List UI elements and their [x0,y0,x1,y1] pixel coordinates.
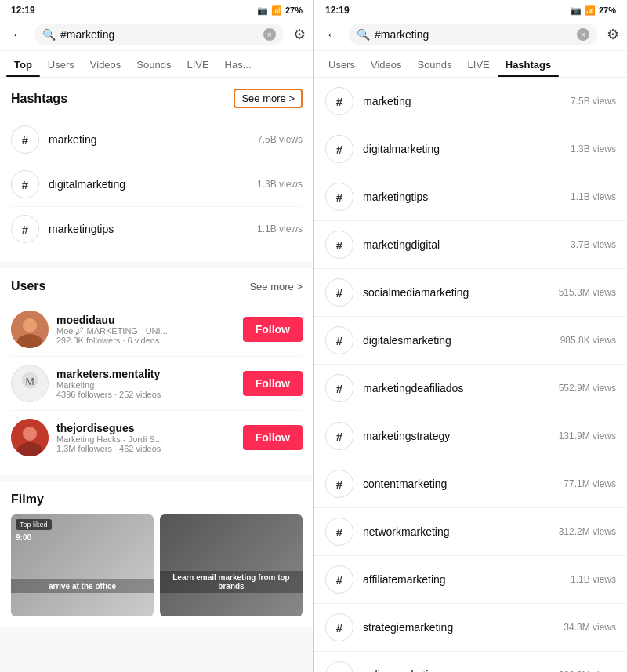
tab-sounds-left[interactable]: Sounds [129,51,179,77]
hashtag-list-row-13[interactable]: # onlinemarketing 268.9M views [314,652,627,672]
users-header: Users See more > [11,279,303,293]
search-input-wrap-left[interactable]: 🔍 #marketing × [34,24,284,45]
hashtag-list-row-1[interactable]: # marketing 7.5B views [314,78,627,125]
user-row-moe: moedidauu Moe 🖊 MARKETING - UNI... 292.3… [11,303,303,357]
hash-icon-r4: # [325,231,353,259]
hashtag-name-r2: digitalmarketing [363,143,561,155]
hashtag-name-r12: strategiemarketing [363,621,554,634]
hashtag-views-r6: 985.8K views [560,335,616,346]
tab-sounds-right[interactable]: Sounds [409,51,459,77]
search-icon-right: 🔍 [357,28,370,41]
tab-live-right[interactable]: LIVE [460,51,498,77]
user-name-marketers: marketers.mentality [56,368,235,380]
hashtags-section: Hashtags See more > # marketing 7.5B vie… [0,78,314,262]
time-right: 12:19 [325,5,350,16]
search-bar-right: ← 🔍 #marketing × ⚙ [314,19,627,51]
svg-point-7 [23,427,37,441]
filter-button-right[interactable]: ⚙ [607,26,619,43]
user-name-moe: moedidauu [56,314,235,326]
hashtags-see-more[interactable]: See more > [234,89,303,108]
hashtag-views-r10: 312.2M views [559,526,616,537]
status-bar-left: 12:19 📷 📶 27% [0,0,314,19]
video-caption-1: arrive at the office [11,579,154,593]
hash-icon-r8: # [325,422,353,450]
avatar-jordi [11,419,49,456]
hash-icon-1: # [11,125,39,154]
filter-button-left[interactable]: ⚙ [293,26,306,43]
hashtag-name-r6: digitalesmarketing [363,334,551,347]
hashtags-title: Hashtags [11,92,67,106]
hashtag-views-r7: 552.9M views [559,383,616,394]
hashtag-list-row-10[interactable]: # networkmarketing 312.2M views [314,508,627,556]
tab-users-right[interactable]: Users [321,51,363,77]
tab-users-left[interactable]: Users [40,51,82,77]
tab-videos-left[interactable]: Videos [82,51,129,77]
hashtag-views-r8: 131.9M views [559,430,616,441]
hashtag-list-row-6[interactable]: # digitalesmarketing 985.8K views [314,317,627,365]
hashtag-list-row-2[interactable]: # digitalmarketing 1.3B views [314,125,627,173]
clear-button-left[interactable]: × [263,28,276,41]
hash-icon-r2: # [325,135,353,163]
tab-has-left[interactable]: Has... [217,51,259,77]
right-panel: 12:19 📷 📶 27% ← 🔍 #marketing × ⚙ Users V… [314,0,627,672]
follow-button-marketers[interactable]: Follow [243,371,303,396]
tab-top[interactable]: Top [6,51,40,77]
clear-button-right[interactable]: × [577,28,589,41]
user-info-moe: moedidauu Moe 🖊 MARKETING - UNI... 292.3… [56,314,235,345]
hashtag-views-2: 1.3B views [257,179,303,190]
search-query-left: #marketing [60,28,259,41]
status-bar-right: 12:19 📷 📶 27% [314,0,627,19]
hash-icon-3: # [11,215,39,243]
hashtag-list-section: # marketing 7.5B views # digitalmarketin… [314,78,627,672]
hashtag-row-marketing[interactable]: # marketing 7.5B views [11,118,303,162]
follow-button-jordi[interactable]: Follow [243,425,303,450]
follow-button-moe[interactable]: Follow [243,317,303,342]
avatar-moe [11,311,49,348]
search-bar-left: ← 🔍 #marketing × ⚙ [0,19,314,51]
user-stats-jordi: 1.3M followers · 462 videos [56,444,235,453]
hashtag-row-marketingtips[interactable]: # marketingtips 1.1B views [11,207,303,251]
back-button-left[interactable]: ← [8,25,28,45]
hashtag-name-2: digitalmarketing [49,178,248,191]
back-button-right[interactable]: ← [322,25,342,45]
hashtag-list-row-11[interactable]: # affiliatemarketing 1.1B views [314,556,627,604]
hashtag-name-r5: socialmediamarketing [363,286,549,299]
hashtag-name-r3: marketingtips [363,191,561,203]
hashtag-list-row-8[interactable]: # marketingstrategy 131.9M views [314,412,627,460]
hashtag-list-row-4[interactable]: # marketingdigital 3.7B views [314,221,627,269]
tabs-left: Top Users Videos Sounds LIVE Has... [0,51,314,78]
avatar-marketers: M [11,365,49,402]
camera-icon-right: 📷 [571,5,582,16]
svg-text:M: M [25,376,34,387]
hashtag-name-r9: contentmarketing [363,478,554,490]
user-stats-marketers: 4396 followers · 252 videos [56,390,235,399]
video-thumb-2[interactable]: Learn email marketing from top brands [160,514,303,616]
user-row-jordi: thejordisegues Marketing Hacks - Jordi S… [11,411,303,464]
user-desc-jordi: Marketing Hacks - Jordi S... [56,434,235,444]
tab-videos-right[interactable]: Videos [363,51,410,77]
hashtag-name-r11: affiliatemarketing [363,573,561,586]
battery-right: 27% [599,5,616,15]
video-grid: Top liked 9:00 arrive at the office Lear… [11,514,303,616]
hashtag-name-r4: marketingdigital [363,238,561,251]
hashtags-header: Hashtags See more > [11,89,303,108]
users-see-more[interactable]: See more > [249,281,303,292]
hash-icon-r7: # [325,374,353,402]
filmy-section: Filmy Top liked 9:00 arrive at the offic… [0,481,314,627]
hashtag-row-digitalmarketing[interactable]: # digitalmarketing 1.3B views [11,162,303,207]
tab-hashtags-right[interactable]: Hashtags [498,51,560,77]
tab-live-left[interactable]: LIVE [179,51,216,77]
hashtag-list-row-9[interactable]: # contentmarketing 77.1M views [314,460,627,508]
hashtag-list-row-7[interactable]: # marketingdeafiliados 552.9M views [314,365,627,412]
battery-left: 27% [285,5,303,15]
hash-icon-r1: # [325,87,353,115]
hash-icon-r11: # [325,565,353,594]
user-info-marketers: marketers.mentality Marketing 4396 follo… [56,368,235,399]
hashtag-list-row-5[interactable]: # socialmediamarketing 515.3M views [314,269,627,317]
hashtag-list-row-12[interactable]: # strategiemarketing 34.3M views [314,604,627,652]
hashtag-list-row-3[interactable]: # marketingtips 1.1B views [314,173,627,221]
wifi-icon: 📶 [271,5,282,16]
hash-icon-2: # [11,170,39,198]
search-input-wrap-right[interactable]: 🔍 #marketing × [349,24,597,45]
video-thumb-1[interactable]: Top liked 9:00 arrive at the office [11,514,154,616]
